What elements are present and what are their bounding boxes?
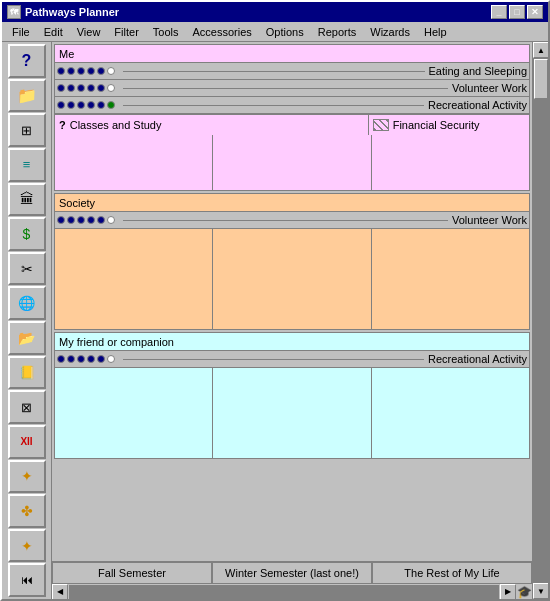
sidebar-btn-15[interactable]: ✦ xyxy=(8,529,46,563)
scroll-thumb[interactable] xyxy=(534,59,548,99)
menu-wizards[interactable]: Wizards xyxy=(364,25,416,39)
classes-study-label: Classes and Study xyxy=(70,119,162,131)
peach-section: Society Volunteer Work xyxy=(54,193,530,330)
row-eating-sleeping: Eating and Sleeping xyxy=(429,65,527,77)
vertical-scrollbar: ▲ ▼ xyxy=(532,42,548,599)
scroll-corner: 🎓 xyxy=(516,584,532,600)
row-recreational-1: Recreational Activity xyxy=(428,99,527,111)
graduation-icon: 🎓 xyxy=(516,584,532,600)
pink-section-title: Me xyxy=(59,48,74,60)
menu-options[interactable]: Options xyxy=(260,25,310,39)
horizontal-scroll-track[interactable] xyxy=(69,585,499,599)
sidebar-btn-9[interactable]: 📂 xyxy=(8,321,46,355)
app-icon: 🗺 xyxy=(7,5,21,19)
row-recreational-2: Recreational Activity xyxy=(428,353,527,365)
minimize-button[interactable]: _ xyxy=(491,5,507,19)
title-buttons: _ □ ✕ xyxy=(491,5,543,19)
sidebar-btn-10[interactable]: 📒 xyxy=(8,356,46,390)
menu-filter[interactable]: Filter xyxy=(108,25,144,39)
tab-winter-semester[interactable]: Winter Semester (last one!) xyxy=(212,562,372,583)
tab-rest-of-life[interactable]: The Rest of My Life xyxy=(372,562,532,583)
menu-view[interactable]: View xyxy=(71,25,107,39)
menu-bar: File Edit View Filter Tools Accessories … xyxy=(2,22,548,42)
pink-section: Me Eating and Sleeping xyxy=(54,44,530,191)
menu-help[interactable]: Help xyxy=(418,25,453,39)
main-window: 🗺 Pathways Planner _ □ ✕ File Edit View … xyxy=(0,0,550,601)
sidebar-btn-11[interactable]: ⊠ xyxy=(8,390,46,424)
row-volunteer-work-2: Volunteer Work xyxy=(452,214,527,226)
sidebar-btn-16[interactable]: ⏮ xyxy=(8,563,46,597)
sidebar-btn-3[interactable]: ⊞ xyxy=(8,113,46,147)
menu-reports[interactable]: Reports xyxy=(312,25,363,39)
bottom-tabs: Fall Semester Winter Semester (last one!… xyxy=(52,561,532,583)
peach-section-title: Society xyxy=(59,197,95,209)
title-bar-left: 🗺 Pathways Planner xyxy=(7,5,119,19)
sidebar-btn-8[interactable]: 🌐 xyxy=(8,286,46,320)
sidebar-btn-1[interactable]: ? xyxy=(8,44,46,78)
blue-section-title: My friend or companion xyxy=(59,336,174,348)
main-content: ? 📁 ⊞ ≡ 🏛 $ ✂ 🌐 📂 📒 ⊠ XII ✦ ✤ ✦ ⏮ xyxy=(2,42,548,599)
scroll-left-button[interactable]: ◀ xyxy=(52,584,68,600)
sidebar-btn-5[interactable]: 🏛 xyxy=(8,183,46,217)
sidebar-btn-2[interactable]: 📁 xyxy=(8,79,46,113)
sidebar: ? 📁 ⊞ ≡ 🏛 $ ✂ 🌐 📂 📒 ⊠ XII ✦ ✤ ✦ ⏮ xyxy=(2,42,52,599)
sidebar-btn-12[interactable]: XII xyxy=(8,425,46,459)
maximize-button[interactable]: □ xyxy=(509,5,525,19)
menu-tools[interactable]: Tools xyxy=(147,25,185,39)
sidebar-btn-13[interactable]: ✦ xyxy=(8,460,46,494)
classes-question-mark: ? xyxy=(59,119,66,131)
scroll-right-button[interactable]: ▶ xyxy=(500,584,516,600)
content-area: Me Eating and Sleeping xyxy=(52,42,532,599)
row-volunteer-work-1: Volunteer Work xyxy=(452,82,527,94)
scroll-down-button[interactable]: ▼ xyxy=(533,583,548,599)
horizontal-scrollbar: ◀ ▶ 🎓 xyxy=(52,583,532,599)
window-title: Pathways Planner xyxy=(25,6,119,18)
sidebar-btn-7[interactable]: ✂ xyxy=(8,252,46,286)
financial-security-label: Financial Security xyxy=(393,119,480,131)
sidebar-btn-6[interactable]: $ xyxy=(8,217,46,251)
vertical-scroll-track[interactable] xyxy=(533,58,548,583)
sidebar-btn-14[interactable]: ✤ xyxy=(8,494,46,528)
scroll-up-button[interactable]: ▲ xyxy=(533,42,548,58)
menu-accessories[interactable]: Accessories xyxy=(187,25,258,39)
tab-fall-semester[interactable]: Fall Semester xyxy=(52,562,212,583)
menu-file[interactable]: File xyxy=(6,25,36,39)
menu-edit[interactable]: Edit xyxy=(38,25,69,39)
grid-area: Me Eating and Sleeping xyxy=(52,42,532,561)
blue-section: My friend or companion Rec xyxy=(54,332,530,459)
close-button[interactable]: ✕ xyxy=(527,5,543,19)
title-bar: 🗺 Pathways Planner _ □ ✕ xyxy=(2,2,548,22)
sidebar-btn-4[interactable]: ≡ xyxy=(8,148,46,182)
